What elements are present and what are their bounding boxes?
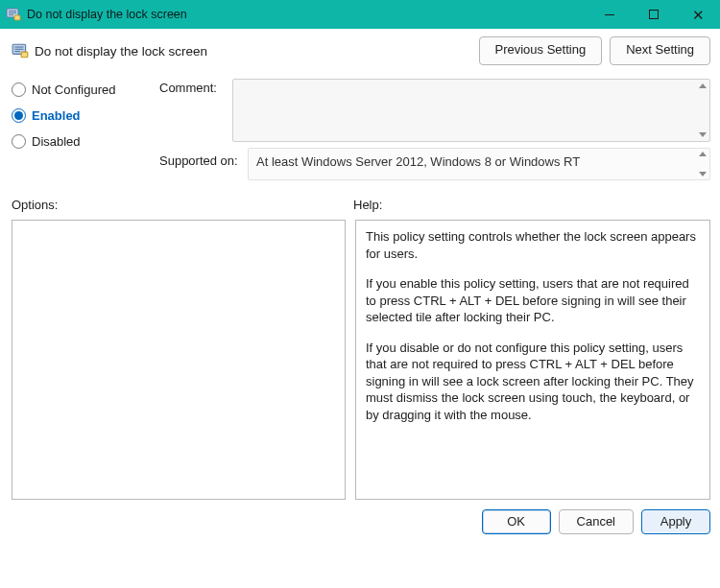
gpo-icon (12, 42, 29, 59)
options-label: Options: (12, 198, 353, 212)
svg-rect-9 (21, 52, 28, 58)
apply-button[interactable]: Apply (641, 509, 710, 534)
radio-not-configured[interactable]: Not Configured (12, 82, 154, 97)
maximize-button[interactable] (632, 0, 676, 29)
radio-label: Disabled (32, 134, 81, 149)
next-setting-button[interactable]: Next Setting (610, 36, 710, 65)
scroll-down-icon (699, 172, 707, 176)
radio-enabled[interactable]: Enabled (12, 108, 154, 123)
radio-disabled[interactable]: Disabled (12, 134, 154, 149)
svg-rect-8 (14, 51, 20, 52)
help-paragraph: If you disable or do not configure this … (366, 340, 700, 424)
svg-rect-7 (14, 49, 23, 50)
gpo-icon (6, 7, 21, 22)
help-paragraph: This policy setting controls whether the… (366, 228, 700, 262)
supported-on-label: Supported on: (159, 148, 248, 168)
svg-rect-4 (14, 15, 20, 20)
supported-on-value-box: At least Windows Server 2012, Windows 8 … (248, 148, 710, 180)
scroll-down-icon (699, 132, 707, 137)
svg-rect-3 (9, 14, 13, 15)
scroll-up-icon (699, 83, 707, 88)
svg-rect-1 (9, 11, 16, 12)
radio-label: Enabled (32, 108, 81, 123)
header-row: Do not display the lock screen Previous … (12, 36, 710, 65)
cancel-button[interactable]: Cancel (559, 509, 634, 534)
close-button[interactable]: ✕ (676, 0, 720, 29)
client-area: Do not display the lock screen Previous … (0, 29, 720, 588)
svg-rect-6 (14, 47, 23, 48)
comment-textarea[interactable] (232, 79, 710, 142)
minimize-button[interactable] (588, 0, 632, 29)
svg-rect-2 (9, 12, 16, 13)
state-radio-group: Not Configured Enabled Disabled (12, 79, 154, 180)
scroll-up-icon (699, 152, 707, 156)
help-label: Help: (353, 198, 710, 212)
comment-label: Comment: (159, 79, 227, 95)
window-title: Do not display the lock screen (27, 8, 588, 21)
dialog-footer: OK Cancel Apply (12, 509, 710, 534)
radio-label: Not Configured (32, 82, 115, 97)
options-pane[interactable] (12, 220, 346, 500)
help-pane[interactable]: This policy setting controls whether the… (355, 220, 710, 500)
help-paragraph: If you enable this policy setting, users… (366, 275, 700, 326)
supported-on-value: At least Windows Server 2012, Windows 8 … (256, 154, 580, 169)
titlebar[interactable]: Do not display the lock screen ✕ (0, 0, 720, 29)
previous-setting-button[interactable]: Previous Setting (479, 36, 603, 65)
window: Do not display the lock screen ✕ Do not … (0, 0, 720, 588)
ok-button[interactable]: OK (482, 509, 551, 534)
page-title: Do not display the lock screen (35, 44, 207, 59)
